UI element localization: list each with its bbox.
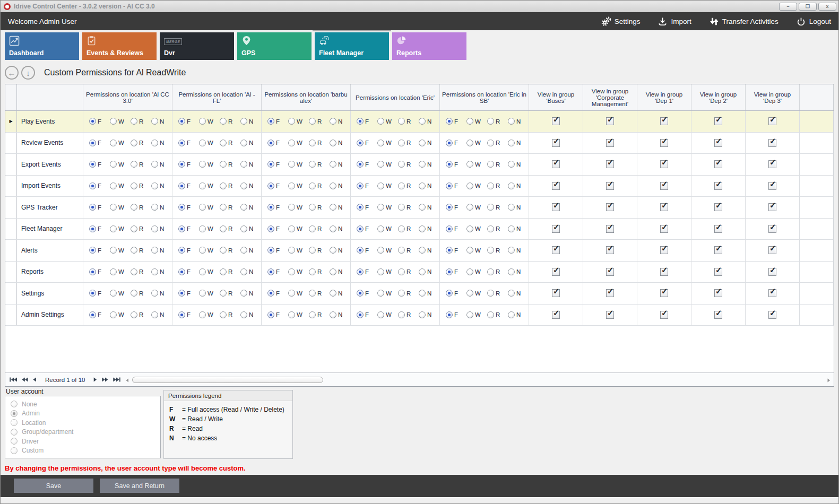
radio-option-R[interactable]: R [487,225,508,232]
radio-unchecked-icon[interactable] [377,204,384,211]
radio-unchecked-icon[interactable] [110,118,117,125]
radio-unchecked-icon[interactable] [110,290,117,297]
radio-unchecked-icon[interactable] [377,161,384,168]
pager-prev-page-button[interactable] [22,377,28,382]
down-button[interactable]: ↓ [21,66,35,80]
radio-option-R[interactable]: R [131,118,151,125]
radio-unchecked-icon[interactable] [508,161,515,168]
radio-option-F[interactable]: F [89,311,110,318]
checkbox-checked-icon[interactable]: ✓ [768,139,776,147]
radio-unchecked-icon[interactable] [398,311,405,318]
minimize-button[interactable]: – [779,3,797,11]
maximize-button[interactable]: ❐ [799,3,817,11]
radio-option-N[interactable]: N [330,161,350,168]
radio-unchecked-icon[interactable] [220,311,227,318]
checkbox-checked-icon[interactable]: ✓ [768,182,776,190]
radio-option-F[interactable]: F [178,268,199,275]
table-row[interactable]: GPS TrackerFWRNFWRNFWRNFWRNFWRN✓✓✓✓✓ [5,197,834,219]
radio-unchecked-icon[interactable] [309,311,316,318]
radio-checked-icon[interactable] [357,204,364,211]
close-button[interactable]: x [818,3,836,11]
radio-unchecked-icon[interactable] [288,311,295,318]
radio-option-F[interactable]: F [446,118,466,125]
radio-checked-icon[interactable] [267,268,274,275]
radio-option-F[interactable]: F [178,311,199,318]
transfer-activities-button[interactable]: Transfer Activities [710,17,779,26]
radio-option-N[interactable]: N [330,225,350,232]
header-permission-col-4[interactable]: Permissions on location 'Eric in SB' [440,84,529,110]
pager-next-page-button[interactable] [102,377,108,382]
table-row[interactable]: Fleet ManagerFWRNFWRNFWRNFWRNFWRN✓✓✓✓✓ [5,219,834,240]
radio-checked-icon[interactable] [89,204,96,211]
checkbox-checked-icon[interactable]: ✓ [714,311,722,319]
radio-option-R[interactable]: R [309,118,330,125]
radio-option-N[interactable]: N [508,290,529,297]
user-account-option-driver[interactable]: Driver [11,438,155,445]
radio-checked-icon[interactable] [357,161,364,168]
radio-unchecked-icon[interactable] [151,268,158,275]
checkbox-checked-icon[interactable]: ✓ [660,203,668,211]
radio-checked-icon[interactable] [357,118,364,125]
radio-unchecked-icon[interactable] [288,247,295,254]
radio-checked-icon[interactable] [178,204,185,211]
tab-reports[interactable]: Reports [392,32,466,60]
radio-unchecked-icon[interactable] [466,118,473,125]
radio-unchecked-icon[interactable] [330,311,336,318]
radio-option-R[interactable]: R [220,140,240,146]
radio-option-F[interactable]: F [357,118,377,125]
radio-option-R[interactable]: R [131,268,151,275]
radio-option-R[interactable]: R [220,225,240,232]
radio-unchecked-icon[interactable] [377,290,384,297]
radio-unchecked-icon[interactable] [466,204,473,211]
radio-unchecked-icon[interactable] [240,183,247,189]
radio-option-W[interactable]: W [199,161,220,168]
horizontal-scrollbar[interactable] [126,375,831,385]
scrollbar-thumb[interactable] [132,377,323,383]
radio-option-N[interactable]: N [151,204,172,211]
radio-option-N[interactable]: N [419,204,439,211]
checkbox-checked-icon[interactable]: ✓ [768,117,776,125]
radio-checked-icon[interactable] [267,140,274,146]
radio-option-R[interactable]: R [487,268,508,275]
radio-option-F[interactable]: F [89,118,110,125]
radio-unchecked-icon[interactable] [220,268,227,275]
radio-unchecked-icon[interactable] [398,140,405,146]
radio-option-W[interactable]: W [110,204,131,211]
radio-option-W[interactable]: W [110,268,131,275]
radio-unchecked-icon[interactable] [240,118,247,125]
radio-checked-icon[interactable] [267,118,274,125]
radio-unchecked-icon[interactable] [110,247,117,254]
radio-option-N[interactable]: N [240,183,261,189]
radio-checked-icon[interactable] [267,311,274,318]
radio-option-F[interactable]: F [267,268,288,275]
radio-unchecked-icon[interactable] [330,290,336,297]
radio-option-F[interactable]: F [357,268,377,275]
checkbox-checked-icon[interactable]: ✓ [606,311,614,319]
radio-checked-icon[interactable] [89,140,96,146]
radio-option-N[interactable]: N [330,268,350,275]
checkbox-checked-icon[interactable]: ✓ [714,268,722,276]
radio-unchecked-icon[interactable] [508,290,515,297]
radio-unchecked-icon[interactable] [288,118,295,125]
checkbox-checked-icon[interactable]: ✓ [552,182,560,190]
radio-unchecked-icon[interactable] [466,290,473,297]
radio-option-R[interactable]: R [398,118,419,125]
radio-checked-icon[interactable] [357,290,364,297]
radio-option-R[interactable]: R [398,140,419,146]
radio-unchecked-icon[interactable] [220,204,227,211]
checkbox-checked-icon[interactable]: ✓ [660,117,668,125]
radio-unchecked-icon[interactable] [199,311,206,318]
radio-unchecked-icon[interactable] [131,311,137,318]
radio-option-F[interactable]: F [357,183,377,189]
radio-option-R[interactable]: R [220,290,240,297]
radio-option-W[interactable]: W [377,183,398,189]
radio-unchecked-icon[interactable] [151,204,158,211]
radio-option-F[interactable]: F [89,225,110,232]
radio-checked-icon[interactable] [178,290,185,297]
user-account-option-custom[interactable]: Custom [11,447,155,454]
checkbox-checked-icon[interactable]: ✓ [552,246,560,254]
radio-checked-icon[interactable] [446,268,453,275]
radio-unchecked-icon[interactable] [419,140,426,146]
checkbox-checked-icon[interactable]: ✓ [714,289,722,297]
radio-unchecked-icon[interactable] [131,225,137,232]
